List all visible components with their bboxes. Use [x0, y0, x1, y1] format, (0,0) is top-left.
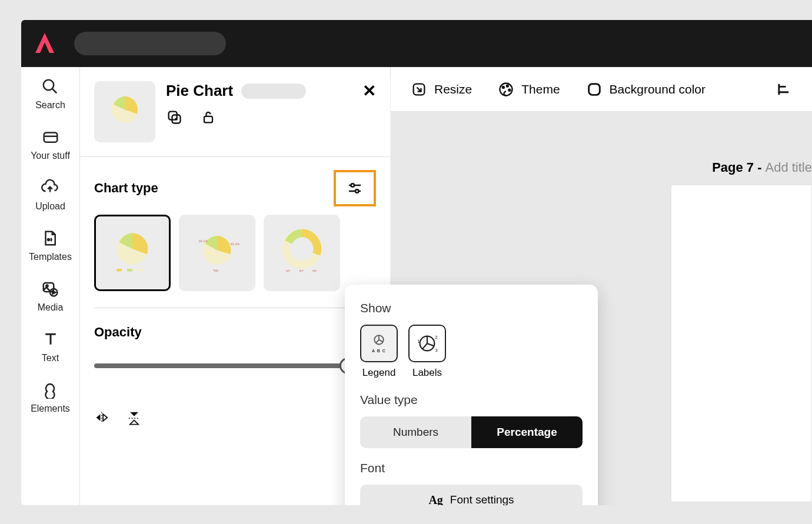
flip-vertical-icon[interactable] [126, 409, 142, 428]
chart-settings-popover: Show A B C Legend 123 Labels Value type [345, 285, 598, 505]
svg-rect-16 [117, 269, 122, 272]
opacity-label: Opacity [94, 325, 376, 340]
chart-preview-thumb [94, 81, 155, 142]
svg-rect-17 [127, 269, 132, 272]
value-type-segment: Numbers Percentage [360, 416, 583, 448]
svg-text:39.1%: 39.1% [199, 239, 208, 243]
nav-yourstuff-label: Your stuff [31, 151, 70, 161]
nav-media[interactable]: Media [38, 280, 64, 313]
toolbar-bgcolor-label: Background color [610, 82, 705, 96]
toolbar-theme-label: Theme [521, 82, 560, 96]
svg-text:am: am [312, 269, 317, 272]
svg-text:40.2%: 40.2% [231, 242, 240, 246]
app-window: Search Your stuff Upload Templates Media… [21, 20, 812, 505]
show-labels-toggle[interactable]: 123 [408, 325, 446, 362]
svg-text:am: am [299, 269, 304, 272]
nav-upload-label: Upload [35, 201, 65, 212]
opacity-slider[interactable] [94, 363, 355, 368]
left-nav: Search Your stuff Upload Templates Media… [21, 67, 80, 505]
svg-text:am: am [286, 269, 290, 272]
font-settings-label: Font settings [450, 493, 514, 505]
canvas-toolbar: Resize Theme Background color [391, 67, 812, 112]
svg-point-12 [351, 183, 355, 187]
toolbar-align[interactable] [776, 81, 792, 98]
nav-text[interactable]: Text [42, 331, 59, 363]
svg-rect-2 [44, 133, 57, 142]
svg-point-14 [355, 189, 359, 193]
svg-text:1: 1 [418, 339, 420, 343]
svg-point-31 [509, 89, 511, 91]
document-title-pill[interactable] [74, 32, 226, 55]
svg-rect-18 [138, 269, 143, 272]
font-settings-button[interactable]: Ag Font settings [360, 485, 583, 505]
page-title-placeholder[interactable]: Add title [766, 160, 813, 175]
page-number-label: Page 7 - [712, 160, 761, 175]
close-icon[interactable]: ✕ [362, 81, 376, 101]
chart-type-label: Chart type [94, 181, 158, 196]
nav-templates[interactable]: Templates [29, 229, 72, 262]
nav-templates-label: Templates [29, 252, 72, 262]
unlock-icon[interactable] [200, 109, 217, 128]
svg-point-30 [507, 85, 508, 86]
chart-type-pie-labels[interactable]: 39.1%40.2%Tab [179, 215, 255, 291]
svg-point-0 [44, 80, 54, 91]
value-type-label: Value type [360, 393, 583, 407]
title-badge [241, 84, 306, 99]
nav-yourstuff[interactable]: Your stuff [31, 128, 70, 161]
nav-search-label: Search [35, 100, 65, 111]
main-area: Search Your stuff Upload Templates Media… [21, 67, 812, 505]
labels-label: Labels [412, 367, 442, 379]
toolbar-theme[interactable]: Theme [498, 81, 560, 98]
chart-settings-button[interactable] [334, 170, 376, 206]
chart-type-donut[interactable]: amamam [264, 215, 340, 291]
nav-search[interactable]: Search [35, 78, 65, 111]
nav-text-label: Text [42, 353, 59, 363]
nav-media-label: Media [38, 302, 64, 313]
legend-label: Legend [362, 367, 396, 379]
toolbar-resize-label: Resize [434, 82, 472, 96]
duplicate-icon[interactable] [166, 109, 182, 128]
adobe-logo-icon[interactable] [33, 32, 56, 55]
page-label-row[interactable]: Page 7 - Add title [712, 160, 812, 175]
font-label: Font [360, 461, 583, 475]
chart-type-thumbs: 39.1%40.2%Tab amamam [94, 215, 376, 291]
svg-point-3 [48, 239, 49, 241]
svg-point-29 [502, 86, 504, 88]
nav-elements-label: Elements [31, 403, 70, 414]
show-legend-toggle[interactable]: A B C [360, 325, 398, 362]
toolbar-bgcolor[interactable]: Background color [586, 81, 705, 98]
svg-text:2: 2 [435, 335, 438, 339]
top-bar [21, 20, 812, 67]
svg-line-1 [52, 89, 57, 94]
panel-title: Pie Chart [166, 82, 233, 100]
svg-rect-32 [588, 84, 600, 95]
page-canvas[interactable] [671, 185, 812, 502]
nav-upload[interactable]: Upload [35, 179, 65, 212]
nav-elements[interactable]: Elements [31, 381, 70, 414]
toolbar-resize[interactable]: Resize [411, 81, 472, 98]
font-ag-icon: Ag [428, 493, 442, 506]
svg-text:3: 3 [435, 348, 438, 352]
show-label: Show [360, 301, 583, 315]
value-type-numbers[interactable]: Numbers [360, 416, 471, 448]
flip-horizontal-icon[interactable] [94, 409, 111, 428]
properties-panel: Pie Chart ✕ Chart type [80, 67, 391, 505]
value-type-percentage[interactable]: Percentage [471, 416, 583, 448]
chart-type-pie[interactable] [94, 215, 171, 291]
svg-rect-10 [204, 116, 212, 123]
svg-text:Tab: Tab [213, 269, 218, 272]
